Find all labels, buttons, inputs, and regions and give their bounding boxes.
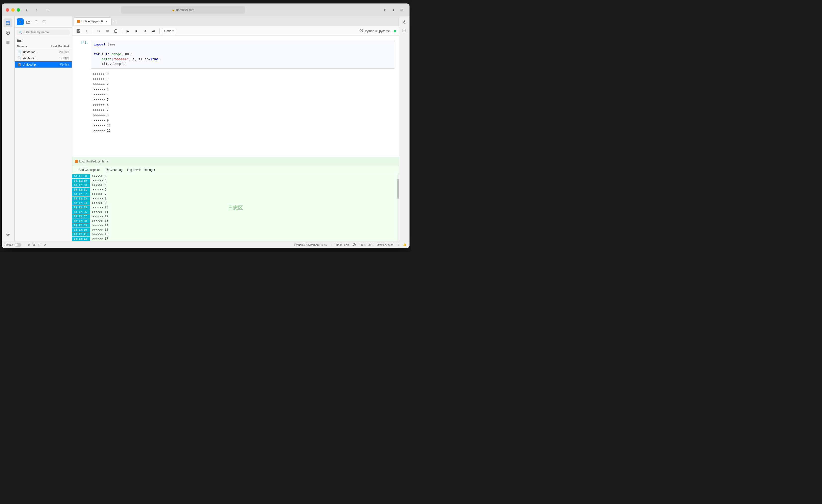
output-line: >>>>>> 11 <box>93 128 395 133</box>
log-content[interactable]: 18:11:58 >>>>>> 3 18:11:59 >>>>>> 4 18:1… <box>72 174 397 241</box>
svg-point-14 <box>404 21 405 23</box>
main-content: Untitled.ipynb × + + ✂ ⧉ ▶ <box>72 16 399 241</box>
log-row: 18:12:02 >>>>>> 7 <box>72 192 397 196</box>
clear-log-button[interactable]: Clear Log <box>104 168 124 172</box>
log-time: 18:12:12 <box>72 237 90 241</box>
filter-bar: 🔍 <box>15 28 72 37</box>
log-row: 18:12:01 >>>>>> 6 <box>72 187 397 192</box>
mode-text: Mode: Edit <box>336 243 349 246</box>
log-toolbar: + Add Checkpoint Clear Log Log Level: De… <box>72 166 399 174</box>
minimize-button[interactable] <box>11 8 15 12</box>
log-time: 18:11:58 <box>72 174 90 178</box>
restart-kernel-button[interactable]: ↺ <box>141 28 148 35</box>
svg-point-7 <box>7 234 9 235</box>
notebook-tab-label: Untitled.ipynb <box>81 20 100 23</box>
property-inspector-icon[interactable] <box>401 27 408 34</box>
paste-cell-button[interactable] <box>112 28 119 35</box>
svg-marker-3 <box>7 32 9 34</box>
address-text: damodel.com <box>176 8 194 12</box>
open-folder-button[interactable] <box>25 18 32 25</box>
new-tab-button[interactable]: + <box>390 7 397 13</box>
address-bar[interactable]: 🔒 damodel.com <box>121 6 245 14</box>
svg-rect-1 <box>7 21 8 22</box>
log-content-wrap: 18:11:58 >>>>>> 3 18:11:59 >>>>>> 4 18:1… <box>72 174 399 241</box>
code-line: for i in range(100): <box>94 52 392 57</box>
output-line: >>>>>> 2 <box>93 82 395 87</box>
log-msg: >>>>>> 9 <box>90 201 109 205</box>
log-time: 18:11:59 <box>72 179 90 183</box>
sidebar-item-run[interactable] <box>3 28 12 37</box>
settings-small-icon: ⚙ <box>43 243 46 246</box>
log-msg: >>>>>> 7 <box>90 192 109 196</box>
sidebar-toggle-button[interactable]: ⊟ <box>44 7 51 13</box>
save-notebook-button[interactable] <box>75 28 82 35</box>
sidebar-item-extensions[interactable] <box>3 230 12 239</box>
sidebar-item-files[interactable] <box>3 18 12 27</box>
simple-mode-toggle[interactable]: Simple <box>5 243 22 247</box>
bell-icon[interactable]: 🔔 <box>403 243 407 246</box>
log-level-selector[interactable]: Debug ▾ <box>144 168 155 172</box>
log-tab-icon <box>75 160 78 163</box>
log-msg: >>>>>> 8 <box>90 196 109 201</box>
log-time: 18:12:06 <box>72 210 90 214</box>
settings-icon[interactable] <box>401 18 408 26</box>
cut-cell-button[interactable]: ✂ <box>95 28 102 35</box>
sidebar-item-tableofcontents[interactable] <box>3 38 12 47</box>
code-cell: [*]: import time for i in range(100): pr… <box>76 40 395 69</box>
file-name: stable-diff... <box>23 57 59 60</box>
notebook-tab-active[interactable]: Untitled.ipynb × <box>74 17 112 25</box>
output-line: >>>>>> 1 <box>93 77 395 82</box>
back-button[interactable]: ‹ <box>23 7 31 13</box>
log-msg: >>>>>> 16 <box>90 232 111 236</box>
maximize-button[interactable] <box>17 8 20 12</box>
refresh-button[interactable] <box>40 18 47 25</box>
run-cell-button[interactable]: ▶ <box>124 28 131 35</box>
share-button[interactable]: ⬆ <box>381 7 388 13</box>
log-time: 18:12:11 <box>72 232 90 236</box>
code-area[interactable]: [*]: import time for i in range(100): pr… <box>72 36 399 157</box>
toggle-switch[interactable] <box>14 243 21 247</box>
file-item[interactable]: 📄 jupyterlab.... 2分钟前 <box>15 49 72 55</box>
cell-type-selector[interactable]: Code ▾ <box>162 28 176 34</box>
code-line: import time <box>94 42 392 47</box>
filter-input[interactable] <box>24 31 68 34</box>
output-line: >>>>>> 4 <box>93 92 395 97</box>
output-line: >>>>>> 8 <box>93 113 395 118</box>
close-tab-button[interactable]: × <box>104 19 108 23</box>
stop-kernel-button[interactable]: ■ <box>133 28 140 35</box>
file-item[interactable]: 📄 stable-diff... 1小时前 <box>15 55 72 61</box>
forward-button[interactable]: › <box>33 7 41 13</box>
copy-cell-button[interactable]: ⧉ <box>104 28 111 35</box>
log-scrollbar-thumb[interactable] <box>397 179 399 199</box>
close-button[interactable] <box>6 8 9 12</box>
add-tab-button[interactable]: + <box>113 18 119 25</box>
icon-rail <box>2 16 15 241</box>
upload-button[interactable] <box>33 18 40 25</box>
log-row: 18:12:07 >>>>>> 12 <box>72 214 397 219</box>
add-checkpoint-button[interactable]: + Add Checkpoint <box>75 168 101 172</box>
cell-type-value: Code <box>164 29 171 33</box>
log-tab[interactable]: Log: Untitled.ipynb × <box>75 159 109 163</box>
app-window: ‹ › ⊟ 🔒 damodel.com ⬆ + ⊞ <box>2 3 410 248</box>
cell-content[interactable]: import time for i in range(100): print("… <box>91 40 395 69</box>
new-file-button[interactable]: + <box>17 18 24 25</box>
column-modified[interactable]: Last Modified <box>49 45 69 48</box>
file-time-selected: 3分钟前 <box>59 63 69 66</box>
log-scrollbar[interactable] <box>397 174 399 241</box>
file-icon: 📄 <box>17 50 21 54</box>
log-row: 18:12:11 >>>>>> 16 <box>72 232 397 236</box>
tab-overview-button[interactable]: ⊞ <box>398 7 405 13</box>
status-bar: Simple | 0 ⊞ { } ⚙ Python 3 (ipykernel) … <box>2 241 410 248</box>
close-log-button[interactable]: × <box>105 159 109 163</box>
path-text: / <box>22 39 22 42</box>
add-cell-below-button[interactable]: + <box>83 28 90 35</box>
code-line <box>94 47 392 52</box>
log-row: 18:11:58 >>>>>> 3 <box>72 174 397 178</box>
file-item-selected[interactable]: 📓 Untitled.ip... 3分钟前 <box>15 61 72 68</box>
structure-icon: ⊞ <box>33 243 35 246</box>
svg-rect-10 <box>77 31 79 32</box>
column-name[interactable]: Name ▲ <box>17 45 49 48</box>
log-panel: Log: Untitled.ipynb × + Add Checkpoint C… <box>72 157 399 241</box>
output-line: >>>>>> 6 <box>93 102 395 108</box>
restart-run-all-button[interactable]: ⏭ <box>150 28 157 35</box>
